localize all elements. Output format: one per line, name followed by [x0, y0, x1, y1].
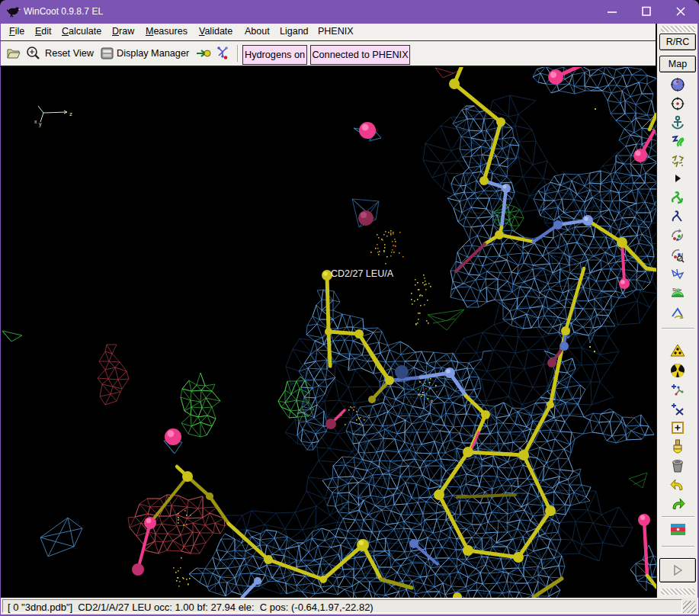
svg-text:z: z: [69, 111, 72, 117]
svg-text:y: y: [39, 121, 42, 127]
svg-text:x: x: [34, 119, 37, 124]
svg-text:CD2/27 LEU/A: CD2/27 LEU/A: [331, 268, 394, 279]
